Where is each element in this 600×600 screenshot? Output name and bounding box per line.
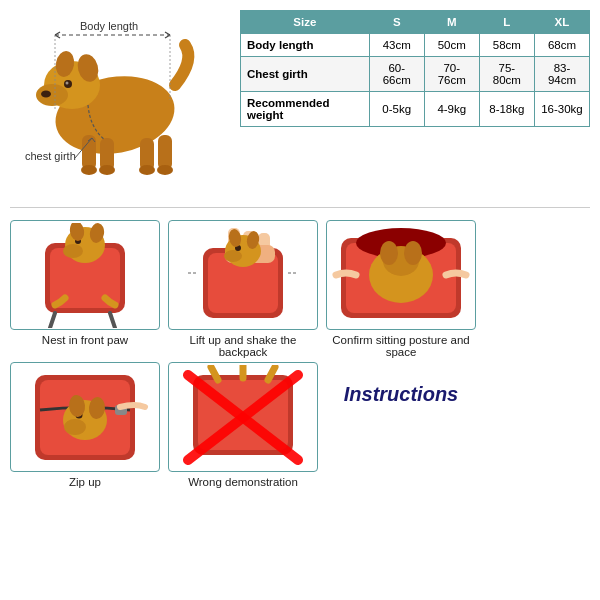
svg-text:chest girth: chest girth	[25, 150, 76, 162]
wrong-box	[168, 362, 318, 472]
svg-line-31	[110, 313, 115, 328]
zip-label: Zip up	[69, 476, 101, 488]
instruction-wrong: Wrong demonstration	[168, 362, 318, 488]
row-l-1: 75-80cm	[479, 57, 534, 92]
instruction-row-2: Zip up	[10, 362, 590, 488]
col-m: M	[424, 11, 479, 34]
instructions-section: Nest in front paw	[10, 220, 590, 488]
svg-point-44	[224, 250, 242, 262]
svg-rect-17	[158, 135, 172, 170]
row-label-0: Body length	[241, 34, 370, 57]
svg-point-21	[157, 165, 173, 175]
svg-point-19	[99, 165, 115, 175]
row-xl-1: 83-94cm	[534, 57, 589, 92]
main-container: Body length	[0, 0, 600, 600]
row-label-2: Recommended weight	[241, 92, 370, 127]
row-l-0: 58cm	[479, 34, 534, 57]
lift-box	[168, 220, 318, 330]
instruction-row-1: Nest in front paw	[10, 220, 590, 358]
row-xl-2: 16-30kg	[534, 92, 589, 127]
zip-box	[10, 362, 160, 472]
table-row: Body length 43cm 50cm 58cm 68cm	[241, 34, 590, 57]
svg-point-20	[139, 165, 155, 175]
svg-point-56	[404, 241, 422, 265]
row-s-0: 43cm	[369, 34, 424, 57]
wrong-label: Wrong demonstration	[188, 476, 298, 488]
svg-line-30	[50, 313, 55, 328]
svg-point-13	[41, 91, 51, 98]
svg-point-33	[63, 244, 83, 258]
nest-box	[10, 220, 160, 330]
dog-illustration: Body length	[10, 10, 230, 195]
nest-label: Nest in front paw	[42, 334, 128, 346]
instruction-lift: Lift up and shake the backpack	[168, 220, 318, 358]
table-row: Recommended weight 0-5kg 4-9kg 8-18kg 16…	[241, 92, 590, 127]
row-xl-0: 68cm	[534, 34, 589, 57]
row-m-1: 70-76cm	[424, 57, 479, 92]
svg-point-12	[66, 82, 69, 85]
col-l: L	[479, 11, 534, 34]
svg-point-18	[81, 165, 97, 175]
size-table-container: Size S M L XL Body length 43cm 50cm 58cm…	[240, 10, 590, 127]
svg-point-8	[36, 84, 68, 106]
row-s-2: 0-5kg	[369, 92, 424, 127]
lift-label: Lift up and shake the backpack	[168, 334, 318, 358]
instruction-confirm: Confirm sitting posture and space	[326, 220, 476, 358]
instruction-nest: Nest in front paw	[10, 220, 160, 346]
col-s: S	[369, 11, 424, 34]
svg-text:Body length: Body length	[80, 20, 138, 32]
row-m-2: 4-9kg	[424, 92, 479, 127]
instructions-title-container: Instructions	[326, 362, 476, 406]
row-s-1: 60-66cm	[369, 57, 424, 92]
col-size: Size	[241, 11, 370, 34]
section-divider	[10, 207, 590, 208]
col-xl: XL	[534, 11, 589, 34]
row-l-2: 8-18kg	[479, 92, 534, 127]
row-m-0: 50cm	[424, 34, 479, 57]
svg-point-61	[64, 419, 86, 435]
confirm-box	[326, 220, 476, 330]
instruction-zip: Zip up	[10, 362, 160, 488]
svg-point-55	[380, 241, 398, 265]
top-section: Body length	[10, 10, 590, 195]
size-table: Size S M L XL Body length 43cm 50cm 58cm…	[240, 10, 590, 127]
instructions-title: Instructions	[344, 382, 458, 406]
row-label-1: Chest girth	[241, 57, 370, 92]
confirm-label: Confirm sitting posture and space	[326, 334, 476, 358]
table-row: Chest girth 60-66cm 70-76cm 75-80cm 83-9…	[241, 57, 590, 92]
